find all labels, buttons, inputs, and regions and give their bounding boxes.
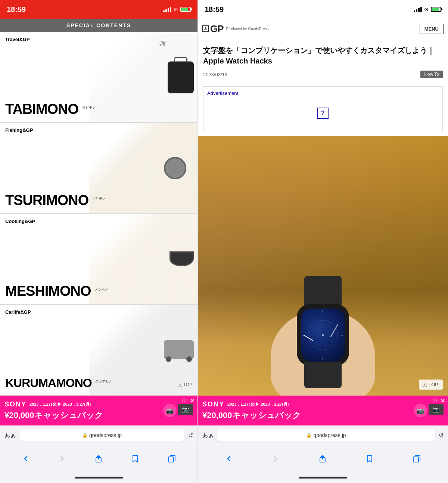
right-phone: 18:59 ⊛ & GP Produced by GoodsPress MENU… <box>198 0 448 483</box>
bookmark-button-left[interactable] <box>131 455 139 463</box>
tabs-button-left[interactable] <box>168 455 176 463</box>
article-text-area: 文字盤を「コンプリケーション」で使いやすくカスタマイズしよう｜Apple Wat… <box>198 39 448 86</box>
ad-info-icon-right[interactable]: ⓘ <box>433 398 437 403</box>
cards-container: Travel&GP ✈ TABIMONO タビモノ Fishing&GP <box>0 32 197 396</box>
article-content: 文字盤を「コンプリケーション」で使いやすくカスタマイズしよう｜Apple Wat… <box>198 39 448 425</box>
ad-placeholder-icon: ? <box>317 108 329 119</box>
camera-circle-icon-left: 📷 <box>163 404 177 417</box>
menu-button[interactable]: MENU <box>420 24 444 34</box>
ad-banner-right[interactable]: SONY 2023．1.27(金)▶ 2023．3.27(月) ¥20,000キ… <box>198 396 448 425</box>
ad-cameras-right: 📷 📷 <box>414 404 444 417</box>
ad-close-icon-left[interactable]: ✕ <box>190 398 195 404</box>
watch-clock-face <box>301 309 345 362</box>
status-icons-right: ⊛ <box>414 6 441 12</box>
gp-logo[interactable]: & GP Produced by GoodsPress <box>202 23 268 35</box>
status-icons-left: ⊛ <box>163 6 191 12</box>
camera-rect-icon-left: 📷 <box>178 404 193 415</box>
home-indicator-right <box>198 472 448 483</box>
article-image: △ TOP <box>198 136 448 396</box>
url-field-right[interactable]: 🔒 goodspress.jp <box>217 429 435 442</box>
card-kurumamono[interactable]: Carlife&GP KURUMAMONO クルマモノ △ TOP <box>0 305 197 396</box>
car-icon <box>164 340 194 359</box>
url-domain-left: goodspress.jp <box>89 432 122 438</box>
bowl-icon <box>169 251 194 266</box>
ad-date-right: 2023．1.27(金)▶ 2023．3.27(月) <box>227 402 289 407</box>
ad-cameras-left: 📷 📷 <box>163 404 193 417</box>
url-jp-text-left: あぁ <box>4 432 16 439</box>
ad-content-right: SONY 2023．1.27(金)▶ 2023．3.27(月) ¥20,000キ… <box>202 400 414 421</box>
article-title: 文字盤を「コンプリケーション」で使いやすくカスタマイズしよう｜Apple Wat… <box>203 45 443 66</box>
camera-rect-icon-right: 📷 <box>429 404 444 415</box>
home-bar-left <box>75 477 123 479</box>
status-bar-right: 18:59 ⊛ <box>198 0 448 19</box>
logo-amp: & <box>202 25 209 32</box>
ad-content-left: SONY 2023．1.27(金)▶ 2023．3.27(月) ¥20,000キ… <box>4 400 163 421</box>
signal-icon-left <box>163 7 171 12</box>
bottom-nav-right <box>198 445 448 472</box>
ad-cashback-left: ¥20,000キャッシュバック <box>4 410 103 421</box>
url-domain-right: goodspress.jp <box>313 432 346 438</box>
share-button-right[interactable] <box>318 455 327 463</box>
special-contents-header: SPECIAL CONTENTS <box>0 19 197 32</box>
back-button-left[interactable] <box>22 455 29 462</box>
card-label-carlife: Carlife&GP <box>5 309 31 315</box>
bottom-nav-left <box>0 445 197 472</box>
suitcase-icon <box>168 61 194 93</box>
ad-banner-left[interactable]: SONY 2023．1.27(金)▶ 2023．3.27(月) ¥20,000キ… <box>0 396 197 425</box>
card-title-kurumamono: KURUMAMONO クルマモノ <box>5 377 112 389</box>
url-field-left[interactable]: 🔒 goodspress.jp <box>19 429 184 442</box>
home-bar-right <box>299 477 347 479</box>
forward-button-left[interactable] <box>58 455 66 462</box>
camera-circle-icon-right: 📷 <box>414 404 427 417</box>
battery-icon-right <box>431 7 441 12</box>
card-tsurimono[interactable]: Fishing&GP TSURIMONO ツリモノ <box>0 123 197 214</box>
left-phone: 18:59 ⊛ SPECIAL CONTENTS Travel&GP <box>0 0 198 483</box>
bookmark-button-right[interactable] <box>366 455 373 463</box>
reload-icon-left[interactable]: ↺ <box>188 432 193 439</box>
fishing-icon <box>164 157 186 179</box>
battery-icon-left <box>180 7 191 12</box>
how-to-badge[interactable]: How To <box>420 71 443 78</box>
card-meshimono[interactable]: Cooking&GP MESHIMONO メシモノ <box>0 214 197 305</box>
svg-rect-1 <box>168 457 174 462</box>
ad-close-icon-right[interactable]: ✕ <box>441 398 445 404</box>
share-button-left[interactable] <box>94 455 103 463</box>
card-label-cooking: Cooking&GP <box>5 219 35 224</box>
url-jp-text-right: あぁ <box>202 432 214 439</box>
ad-brand-left: SONY <box>4 400 27 408</box>
time-right: 18:59 <box>205 5 224 14</box>
lock-icon-right: 🔒 <box>306 433 312 438</box>
ad-date-left: 2023．1.27(金)▶ 2023．3.27(月) <box>29 402 91 407</box>
back-button-right[interactable] <box>225 455 233 462</box>
watch-screen <box>301 309 345 362</box>
site-header-right: & GP Produced by GoodsPress MENU <box>198 19 448 39</box>
wifi-icon-right: ⊛ <box>424 6 429 12</box>
article-meta: 2023/03/19 How To <box>203 71 443 78</box>
top-button-left[interactable]: △ TOP <box>178 382 192 387</box>
ad-info-icon-left[interactable]: ⓘ <box>182 398 186 403</box>
article-date: 2023/03/19 <box>203 72 227 77</box>
top-button-right[interactable]: △ TOP <box>419 380 443 390</box>
reload-icon-right[interactable]: ↺ <box>439 432 444 439</box>
card-title-tsurimono: TSURIMONO ツリモノ <box>5 193 106 207</box>
wifi-icon-left: ⊛ <box>174 6 178 12</box>
card-label-travel: Travel&GP <box>5 37 30 42</box>
card-title-meshimono: MESHIMONO メシモノ <box>5 284 108 298</box>
clock-center <box>322 334 324 336</box>
card-tabimono[interactable]: Travel&GP ✈ TABIMONO タビモノ <box>0 32 197 123</box>
home-indicator-left <box>0 472 197 483</box>
advertisement-box: Advertisement ? <box>203 86 443 132</box>
ad-cashback-right: ¥20,000キャッシュバック <box>202 410 301 421</box>
url-bar-left: あぁ 🔒 goodspress.jp ↺ <box>0 425 197 445</box>
watch-band-top <box>304 276 342 306</box>
time-left: 18:59 <box>7 5 26 14</box>
lock-icon-left: 🔒 <box>82 433 88 438</box>
forward-button-right[interactable] <box>272 455 279 462</box>
signal-icon-right <box>414 7 422 12</box>
logo-gp: GP <box>210 23 224 35</box>
svg-rect-3 <box>413 457 419 462</box>
ad-box-label: Advertisement <box>207 90 439 96</box>
tabs-button-right[interactable] <box>413 455 421 463</box>
url-bar-right: あぁ 🔒 goodspress.jp ↺ <box>198 425 448 445</box>
watch-band-bottom <box>304 362 342 388</box>
